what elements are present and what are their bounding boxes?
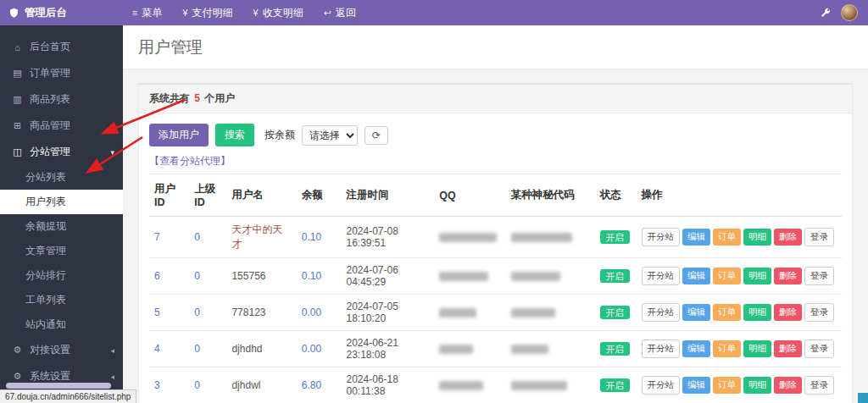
- balance-link[interactable]: 6.80: [302, 379, 321, 391]
- sidebar-subitem-tickets[interactable]: 工单列表: [0, 288, 123, 312]
- cell-balance: 0.10: [297, 217, 342, 258]
- qq-redacted: [439, 381, 483, 390]
- sidebar-item-docking[interactable]: ⚙对接设置◂: [0, 337, 123, 363]
- avatar[interactable]: [841, 4, 858, 21]
- balance-link[interactable]: 0.10: [302, 270, 321, 282]
- column-header: 余额: [297, 174, 342, 217]
- parent-id-link[interactable]: 0: [194, 306, 200, 318]
- cell-username: 155756: [226, 258, 296, 295]
- goods-manage-icon: ⊞: [12, 120, 23, 131]
- order-button[interactable]: 订单: [713, 377, 741, 394]
- sidebar-item-goods-manage[interactable]: ⊞商品管理◂: [0, 113, 123, 139]
- parent-id-link[interactable]: 0: [194, 270, 200, 282]
- topbar-item-payment-detail[interactable]: ¥支付明细: [182, 6, 232, 20]
- topbar-item-menu[interactable]: ≡菜单: [132, 6, 162, 20]
- open-substation-button[interactable]: 开分站: [642, 340, 681, 358]
- balance-link[interactable]: 0.00: [302, 343, 321, 355]
- chevron-down-icon: ▾: [110, 148, 114, 157]
- open-substation-button[interactable]: 开分站: [642, 228, 681, 246]
- status-badge: 开启: [600, 230, 630, 244]
- chevron-left-icon: ◂: [110, 122, 114, 130]
- user-id-link[interactable]: 3: [154, 379, 160, 391]
- main-content: 用户管理 系统共有 5 个用户 添加用户 搜索 按余额 请选择 ⟳ 【查看分站代…: [123, 25, 868, 403]
- order-button[interactable]: 订单: [713, 229, 741, 246]
- sidebar-subitem-user-list[interactable]: 用户列表: [0, 190, 123, 214]
- detail-button[interactable]: 明细: [743, 229, 771, 246]
- user-id-link[interactable]: 7: [154, 231, 160, 243]
- sidebar-subitem-site-list[interactable]: 分站列表: [0, 165, 123, 190]
- order-button[interactable]: 订单: [713, 340, 741, 357]
- sidebar-item-substation[interactable]: ◫分站管理▾: [0, 139, 123, 165]
- open-substation-button[interactable]: 开分站: [642, 267, 681, 285]
- topbar-item-back[interactable]: ↩返回: [324, 6, 356, 20]
- balance-link[interactable]: 0.10: [302, 231, 321, 243]
- agent-link[interactable]: 【查看分站代理】: [149, 154, 231, 168]
- delete-button[interactable]: 删除: [774, 377, 802, 394]
- chevron-left-icon: ◂: [110, 346, 114, 355]
- system-icon: ⚙: [12, 371, 23, 382]
- brand[interactable]: 管理后台: [0, 6, 127, 20]
- cell-reg-time: 2024-06-21 23:18:08: [342, 331, 435, 367]
- parent-id-link[interactable]: 0: [194, 343, 200, 355]
- column-header: 状态: [595, 174, 637, 217]
- sidebar-scrollbar[interactable]: [6, 383, 111, 389]
- qq-redacted: [439, 308, 476, 317]
- search-button[interactable]: 搜索: [215, 124, 254, 146]
- topbar-item-income-expense-detail[interactable]: ¥收支明细: [253, 6, 303, 20]
- cell-actions: 开分站编辑订单明细删除登录: [637, 258, 843, 295]
- delete-button[interactable]: 删除: [774, 268, 802, 284]
- cell-balance: 0.00: [297, 331, 342, 367]
- user-id-link[interactable]: 5: [154, 306, 160, 318]
- sidebar-item-home[interactable]: ⌂后台首页: [0, 34, 123, 60]
- cell-reg-time: 2024-07-08 16:39:51: [342, 217, 435, 258]
- refresh-icon: ⟳: [372, 130, 381, 141]
- menu-icon: ≡: [132, 8, 137, 18]
- page-header: 用户管理: [123, 25, 868, 69]
- login-button[interactable]: 登录: [804, 228, 834, 246]
- cell-secret-code: [506, 367, 595, 403]
- login-button[interactable]: 登录: [804, 303, 834, 322]
- edit-button[interactable]: 编辑: [682, 229, 710, 246]
- parent-id-link[interactable]: 0: [194, 379, 200, 391]
- wrench-icon[interactable]: [820, 8, 831, 19]
- user-id-link[interactable]: 4: [154, 343, 160, 355]
- edit-button[interactable]: 编辑: [682, 377, 710, 394]
- sidebar: ⌂后台首页▤订单管理▥商品列表⊞商品管理◂◫分站管理▾分站列表用户列表余额提现文…: [0, 25, 123, 403]
- user-id-link[interactable]: 6: [154, 270, 160, 282]
- add-user-button[interactable]: 添加用户: [149, 124, 209, 146]
- detail-button[interactable]: 明细: [743, 340, 771, 357]
- sidebar-item-label: 商品列表: [30, 92, 70, 107]
- delete-button[interactable]: 删除: [774, 340, 802, 357]
- user-count-prefix: 系统共有: [149, 92, 192, 104]
- balance-filter-select[interactable]: 请选择: [302, 125, 358, 146]
- open-substation-button[interactable]: 开分站: [642, 376, 681, 395]
- detail-button[interactable]: 明细: [743, 304, 771, 321]
- delete-button[interactable]: 删除: [774, 304, 802, 321]
- sidebar-item-orders[interactable]: ▤订单管理: [0, 60, 123, 86]
- balance-link[interactable]: 0.00: [302, 306, 321, 318]
- detail-button[interactable]: 明细: [743, 377, 771, 394]
- login-button[interactable]: 登录: [804, 340, 834, 358]
- detail-button[interactable]: 明细: [743, 268, 771, 284]
- sidebar-subitem-articles[interactable]: 文章管理: [0, 239, 123, 263]
- sidebar-item-goods-list[interactable]: ▥商品列表: [0, 86, 123, 113]
- edit-button[interactable]: 编辑: [682, 268, 710, 284]
- column-header: 上级ID: [189, 174, 226, 217]
- login-button[interactable]: 登录: [804, 376, 834, 395]
- order-button[interactable]: 订单: [713, 268, 741, 284]
- parent-id-link[interactable]: 0: [194, 231, 200, 243]
- topbar-item-label: 菜单: [142, 6, 162, 20]
- login-button[interactable]: 登录: [804, 267, 834, 285]
- cell-secret-code: [506, 217, 595, 258]
- edit-button[interactable]: 编辑: [682, 340, 710, 357]
- sidebar-subitem-ranking[interactable]: 分站排行: [0, 263, 123, 288]
- open-substation-button[interactable]: 开分站: [642, 303, 681, 322]
- delete-button[interactable]: 删除: [774, 229, 802, 246]
- edit-button[interactable]: 编辑: [682, 304, 710, 321]
- cell-qq: [434, 217, 506, 258]
- cell-username: 778123: [226, 295, 296, 331]
- sidebar-subitem-withdraw[interactable]: 余额提现: [0, 214, 123, 239]
- sidebar-subitem-notice[interactable]: 站内通知: [0, 312, 123, 337]
- refresh-button[interactable]: ⟳: [364, 126, 388, 145]
- order-button[interactable]: 订单: [713, 304, 741, 321]
